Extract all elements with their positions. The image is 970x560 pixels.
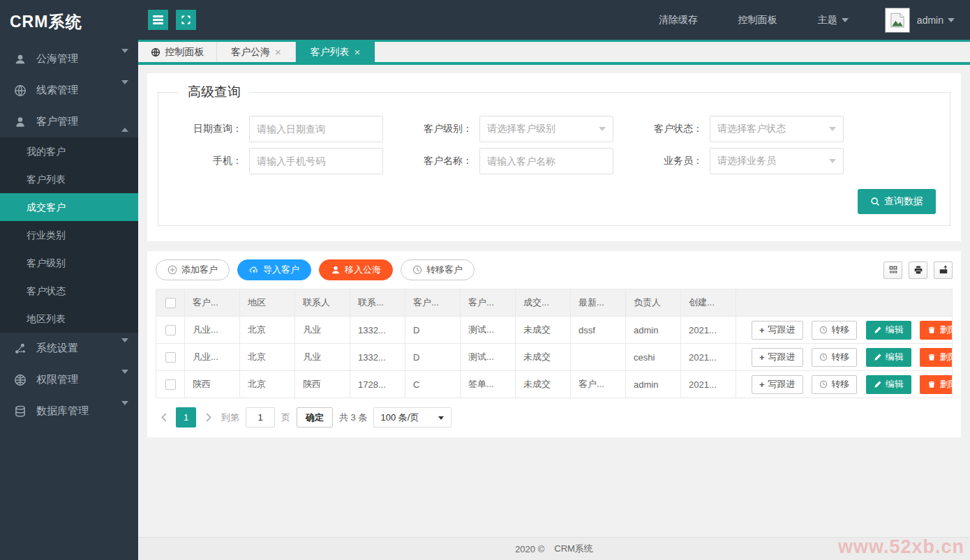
query-data-button[interactable]: 查询数据 <box>858 189 936 214</box>
columns-icon <box>888 265 898 275</box>
submenu-item-customer-level[interactable]: 客户级别 <box>0 249 138 277</box>
edit-label: 编辑 <box>886 378 904 391</box>
chevron-down-icon <box>842 18 849 26</box>
customer-status-label: 客户状态： <box>632 123 710 135</box>
content: 高级查询 日期查询： 客户级别： 请选择客户级别 客户状态： <box>138 65 970 537</box>
salesman-select[interactable]: 请选择业务员 <box>710 148 844 174</box>
follow-up-button[interactable]: +写跟进 <box>752 348 803 367</box>
columns-toggle-button[interactable] <box>883 262 902 279</box>
next-page-button[interactable] <box>202 408 215 427</box>
submenu-item-customer-list[interactable]: 客户列表 <box>0 165 138 193</box>
globe-icon <box>151 47 161 57</box>
close-icon[interactable]: × <box>275 47 281 57</box>
col-latest: 最新... <box>571 289 626 317</box>
export-icon <box>939 265 948 275</box>
sidebar-item-database[interactable]: 数据库管理 <box>0 395 138 427</box>
edit-button[interactable]: 编辑 <box>866 321 911 340</box>
query-legend: 高级查询 <box>179 83 249 101</box>
customer-status-select[interactable]: 请选择客户状态 <box>710 116 844 142</box>
prev-page-button[interactable] <box>157 408 170 427</box>
print-button[interactable] <box>909 262 927 279</box>
table-row: 凡业... 北京 凡业 1332... D 测试... 未成交 ceshi 20… <box>156 344 953 371</box>
date-query-field: 日期查询： <box>171 115 401 143</box>
sidebar-item-system-settings[interactable]: 系统设置 <box>0 333 138 364</box>
phone-input[interactable] <box>249 148 383 174</box>
row-transfer-button[interactable]: 转移 <box>812 348 857 367</box>
cell-created: 2021... <box>681 344 736 371</box>
fullscreen-button[interactable] <box>176 10 196 30</box>
pencil-icon <box>874 326 882 334</box>
col-customer-status: 客户... <box>461 289 516 317</box>
customer-name-input[interactable] <box>479 148 613 174</box>
select-placeholder: 请选择客户状态 <box>717 123 786 135</box>
submenu-item-my-customers[interactable]: 我的客户 <box>0 137 138 165</box>
row-transfer-button[interactable]: 转移 <box>812 321 857 340</box>
submenu-item-industry[interactable]: 行业类别 <box>0 221 138 249</box>
trash-icon <box>927 326 936 334</box>
tab-customer-sea[interactable]: 客户公海 × <box>217 42 296 62</box>
import-customer-label: 导入客户 <box>263 264 299 276</box>
row-checkbox[interactable] <box>165 325 176 335</box>
delete-button[interactable]: 删除 <box>920 321 952 340</box>
phone-label: 手机： <box>171 155 249 167</box>
goto-confirm-button[interactable]: 确定 <box>297 407 333 427</box>
phone-field: 手机： <box>171 147 401 175</box>
cell-customer-status: 测试... <box>461 317 516 344</box>
row-checkbox[interactable] <box>165 352 176 363</box>
clock-icon <box>412 265 422 275</box>
edit-button[interactable]: 编辑 <box>866 375 911 394</box>
select-placeholder: 请选择客户级别 <box>487 123 555 135</box>
plus-icon: + <box>759 352 765 363</box>
submenu-item-region-list[interactable]: 地区列表 <box>0 305 138 333</box>
delete-button[interactable]: 删除 <box>920 375 952 394</box>
close-icon[interactable]: × <box>355 47 361 57</box>
cell-customer-status: 签单... <box>461 371 516 398</box>
submenu-item-customer-status[interactable]: 客户状态 <box>0 277 138 305</box>
page-size-select[interactable]: 100 条/页 <box>373 407 452 427</box>
salesman-field: 业务员： 请选择业务员 <box>632 147 862 175</box>
sidebar-item-customers[interactable]: 客户管理 <box>0 106 138 137</box>
col-region: 地区 <box>240 289 295 317</box>
move-to-sea-button[interactable]: 移入公海 <box>319 259 393 280</box>
row-checkbox[interactable] <box>165 379 176 390</box>
control-panel-link[interactable]: 控制面板 <box>738 14 777 27</box>
tab-customer-list[interactable]: 客户列表 × <box>296 42 375 62</box>
delete-button[interactable]: 删除 <box>920 348 952 367</box>
query-button-label: 查询数据 <box>884 195 923 208</box>
clear-cache-link[interactable]: 清除缓存 <box>659 14 698 27</box>
edit-button[interactable]: 编辑 <box>866 348 911 367</box>
tab-control-panel[interactable]: 控制面板 <box>138 42 217 62</box>
select-all-checkbox[interactable] <box>165 298 176 308</box>
submenu-item-deal-customers[interactable]: 成交客户 <box>0 193 138 221</box>
add-customer-button[interactable]: 添加客户 <box>156 259 230 280</box>
select-placeholder: 请选择业务员 <box>717 155 776 167</box>
table-header-row: 客户... 地区 联系人 联系... 客户... 客户... 成交... 最新.… <box>156 289 953 317</box>
cell-owner: admin <box>626 317 681 344</box>
sidebar-item-public-sea[interactable]: 公海管理 <box>0 43 138 75</box>
page-number-button[interactable]: 1 <box>176 407 196 427</box>
sidebar-item-label: 客户管理 <box>36 115 78 128</box>
customers-submenu: 我的客户 客户列表 成交客户 行业类别 客户级别 客户状态 地区列表 <box>0 137 138 333</box>
row-transfer-label: 转移 <box>831 324 849 336</box>
customer-table: 客户... 地区 联系人 联系... 客户... 客户... 成交... 最新.… <box>156 289 953 398</box>
date-query-input[interactable] <box>249 116 383 142</box>
sidebar-item-leads[interactable]: 线索管理 <box>0 75 138 106</box>
follow-up-label: 写跟进 <box>768 378 796 391</box>
avatar[interactable] <box>885 8 910 33</box>
import-customer-button[interactable]: 导入客户 <box>237 259 311 280</box>
export-button[interactable] <box>934 262 953 279</box>
sidebar-item-label: 线索管理 <box>36 84 78 97</box>
user-menu[interactable]: admin <box>917 15 955 26</box>
sidebar-item-permissions[interactable]: 权限管理 <box>0 364 138 395</box>
goto-page-input[interactable] <box>246 407 275 427</box>
follow-up-button[interactable]: +写跟进 <box>752 375 803 394</box>
customer-level-select[interactable]: 请选择客户级别 <box>479 116 613 142</box>
cell-customer-level: D <box>405 344 461 371</box>
row-transfer-button[interactable]: 转移 <box>812 375 857 394</box>
collapse-menu-button[interactable] <box>148 10 168 30</box>
theme-menu[interactable]: 主题 <box>818 14 849 27</box>
tab-label: 控制面板 <box>165 46 204 59</box>
goto-label: 到第 <box>221 411 239 424</box>
follow-up-button[interactable]: +写跟进 <box>752 321 803 340</box>
transfer-customer-button[interactable]: 转移客户 <box>401 259 475 280</box>
